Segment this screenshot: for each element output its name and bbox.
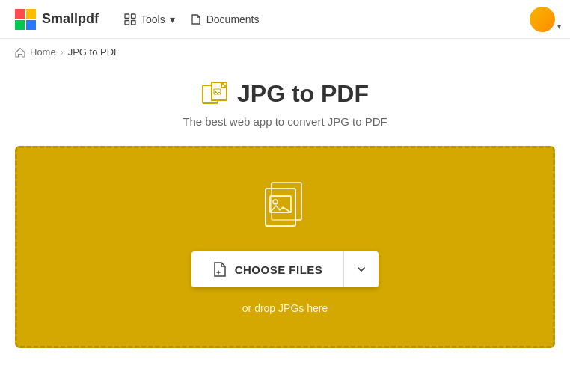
logo-icon xyxy=(15,9,36,30)
dropzone[interactable]: CHOOSE FILES or drop JPGs here xyxy=(15,146,555,348)
avatar[interactable]: ▾ xyxy=(530,7,555,32)
nav-documents-label: Documents xyxy=(206,13,260,25)
avatar-caret: ▾ xyxy=(557,22,561,31)
page-title-row: JPG to PDF xyxy=(201,80,369,108)
svg-rect-2 xyxy=(15,20,25,30)
file-add-icon xyxy=(212,261,227,278)
nav-tools-arrow: ▾ xyxy=(170,13,175,25)
breadcrumb-current: JPG to PDF xyxy=(68,46,120,58)
breadcrumb: Home › JPG to PDF xyxy=(0,39,570,65)
header-right: ▾ xyxy=(530,7,555,32)
drop-zone-icon xyxy=(255,180,315,236)
breadcrumb-home[interactable]: Home xyxy=(30,46,56,58)
choose-files-button[interactable]: CHOOSE FILES xyxy=(191,251,344,287)
choose-files-group: CHOOSE FILES xyxy=(191,251,379,287)
logo[interactable]: Smallpdf xyxy=(15,9,99,30)
svg-rect-7 xyxy=(132,20,136,25)
page-title: JPG to PDF xyxy=(237,80,369,108)
drop-hint: or drop JPGs here xyxy=(242,302,328,314)
svg-rect-0 xyxy=(15,9,25,19)
breadcrumb-separator: › xyxy=(61,47,64,58)
grid-icon xyxy=(124,13,136,25)
jpg-to-pdf-icon xyxy=(201,81,228,108)
page-subtitle: The best web app to convert JPG to PDF xyxy=(183,115,387,128)
header: Smallpdf Tools ▾ Documents ▾ xyxy=(0,0,570,39)
home-icon xyxy=(15,47,25,58)
nav-tools[interactable]: Tools ▾ xyxy=(124,13,175,25)
svg-rect-6 xyxy=(125,20,129,25)
document-icon xyxy=(190,13,202,25)
svg-rect-5 xyxy=(132,14,136,19)
logo-text: Smallpdf xyxy=(42,11,99,27)
nav-documents[interactable]: Documents xyxy=(190,13,260,25)
nav-tools-label: Tools xyxy=(141,13,165,25)
svg-rect-4 xyxy=(125,14,129,19)
choose-files-dropdown-button[interactable] xyxy=(344,251,379,287)
chevron-down-icon xyxy=(355,263,367,275)
svg-rect-1 xyxy=(26,9,36,19)
main-content: JPG to PDF The best web app to convert J… xyxy=(0,65,570,370)
choose-files-label: CHOOSE FILES xyxy=(235,263,323,276)
main-nav: Tools ▾ Documents xyxy=(124,13,260,25)
svg-rect-3 xyxy=(26,20,36,30)
